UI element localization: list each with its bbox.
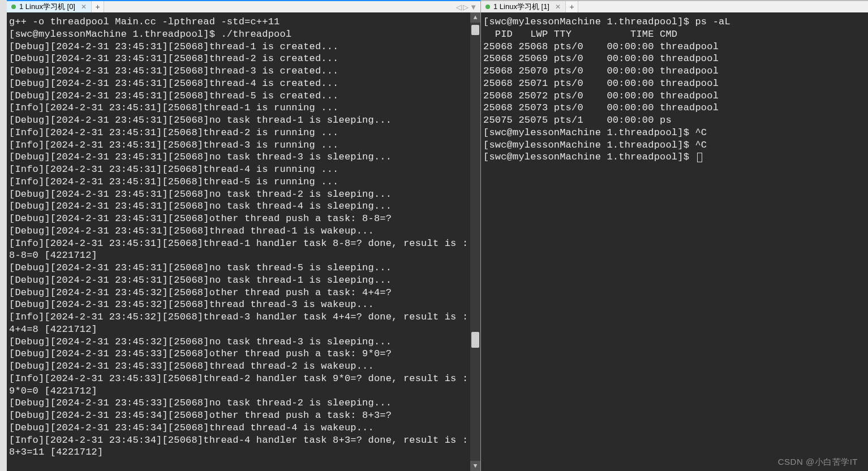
pane-right: 1 Linux学习机 [1] ✕ + [swc@mylessonMachine … xyxy=(481,0,868,471)
pane-left: 1 Linux学习机 [0] ✕ + ◁ ▷ ▼ g++ -o threadpo… xyxy=(0,0,481,471)
prompt-text: [swc@mylessonMachine 1.threadpool]$ xyxy=(483,152,695,162)
add-tab-button[interactable]: + xyxy=(566,1,578,12)
scroll-down-icon[interactable]: ▼ xyxy=(470,461,480,471)
tab-left-active[interactable]: 1 Linux学习机 [0] ✕ xyxy=(7,1,92,12)
scroll-up-icon[interactable]: ▲ xyxy=(470,12,480,23)
status-dot-icon xyxy=(11,5,16,9)
terminal-right[interactable]: [swc@mylessonMachine 1.threadpool]$ ps -… xyxy=(481,12,868,167)
terminal-right-wrap: [swc@mylessonMachine 1.threadpool]$ ps -… xyxy=(481,12,868,471)
tabbar-right: 1 Linux学习机 [1] ✕ + xyxy=(481,0,868,12)
add-tab-button[interactable]: + xyxy=(92,1,104,12)
tab-label: 1 Linux学习机 [0] xyxy=(19,2,75,12)
app-root: 1 Linux学习机 [0] ✕ + ◁ ▷ ▼ g++ -o threadpo… xyxy=(0,0,868,471)
close-icon[interactable]: ✕ xyxy=(81,3,87,11)
status-dot-icon xyxy=(485,5,490,9)
nav-left-icon[interactable]: ◁ xyxy=(456,3,462,11)
tabbar-left: 1 Linux学习机 [0] ✕ + ◁ ▷ ▼ xyxy=(7,0,480,12)
tab-right-active[interactable]: 1 Linux学习机 [1] ✕ xyxy=(481,1,566,12)
nav-down-icon[interactable]: ▼ xyxy=(470,3,477,11)
watermark-text: CSDN @小白苦学IT xyxy=(778,457,858,468)
terminal-left[interactable]: g++ -o threadpool Main.cc -lpthread -std… xyxy=(7,12,480,462)
scroll-thumb-mid[interactable] xyxy=(471,332,479,348)
tab-nav-controls: ◁ ▷ ▼ xyxy=(453,1,480,12)
cursor-icon xyxy=(697,153,702,162)
left-gutter xyxy=(0,0,7,471)
scroll-thumb-top[interactable] xyxy=(471,25,479,35)
tab-label: 1 Linux学习机 [1] xyxy=(493,2,549,12)
nav-right-icon[interactable]: ▷ xyxy=(463,3,469,11)
scrollbar-left[interactable]: ▲ ▼ xyxy=(470,12,480,471)
close-icon[interactable]: ✕ xyxy=(555,3,561,11)
terminal-left-wrap: g++ -o threadpool Main.cc -lpthread -std… xyxy=(7,12,480,471)
